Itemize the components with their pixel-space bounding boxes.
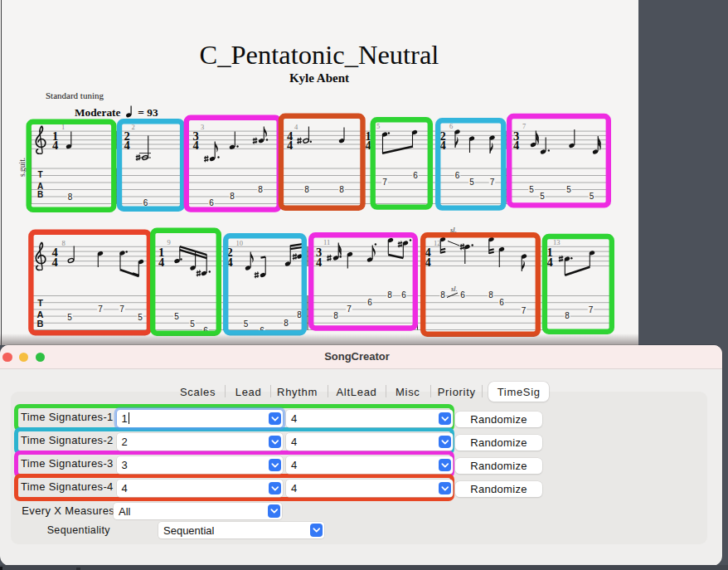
svg-text:6: 6 bbox=[460, 290, 465, 300]
svg-text:4: 4 bbox=[425, 256, 430, 269]
svg-text:7: 7 bbox=[119, 304, 124, 314]
svg-text:7: 7 bbox=[382, 178, 387, 187]
svg-text:8: 8 bbox=[68, 192, 73, 202]
svg-text:6: 6 bbox=[401, 290, 406, 300]
svg-text:T: T bbox=[37, 170, 42, 179]
svg-text:4: 4 bbox=[316, 256, 322, 269]
svg-text:4: 4 bbox=[439, 139, 445, 152]
svg-text:4: 4 bbox=[124, 139, 129, 152]
svg-text:5: 5 bbox=[244, 319, 249, 329]
svg-text:B: B bbox=[37, 190, 43, 199]
svg-text:6: 6 bbox=[367, 298, 372, 307]
svg-text:7: 7 bbox=[522, 122, 526, 130]
svg-text:5: 5 bbox=[67, 313, 72, 322]
svg-text:2: 2 bbox=[132, 123, 135, 131]
svg-text:4: 4 bbox=[294, 123, 298, 131]
svg-text:8: 8 bbox=[258, 185, 263, 194]
svg-text:7: 7 bbox=[98, 304, 103, 314]
svg-text:6: 6 bbox=[413, 171, 418, 180]
svg-text:B: B bbox=[37, 319, 44, 329]
svg-text:7: 7 bbox=[347, 304, 352, 314]
svg-text:4: 4 bbox=[192, 139, 198, 152]
svg-text:8: 8 bbox=[339, 185, 344, 194]
svg-text:6: 6 bbox=[455, 171, 460, 180]
svg-text:10: 10 bbox=[236, 239, 244, 247]
svg-text:5: 5 bbox=[376, 122, 380, 130]
svg-text:5: 5 bbox=[540, 192, 545, 201]
svg-text:8: 8 bbox=[297, 310, 302, 319]
svg-text:5: 5 bbox=[566, 185, 571, 194]
svg-text:4: 4 bbox=[158, 256, 164, 269]
svg-text:4: 4 bbox=[546, 256, 552, 269]
svg-text:7: 7 bbox=[589, 305, 594, 314]
svg-text:5: 5 bbox=[138, 313, 143, 322]
svg-text:7: 7 bbox=[490, 178, 495, 187]
svg-text:4: 4 bbox=[51, 256, 57, 269]
svg-text:8: 8 bbox=[284, 319, 289, 328]
svg-text:5: 5 bbox=[469, 178, 474, 187]
svg-text:8: 8 bbox=[333, 311, 338, 320]
svg-text:6: 6 bbox=[449, 122, 453, 130]
svg-text:6: 6 bbox=[209, 198, 214, 207]
svg-text:3: 3 bbox=[201, 123, 204, 131]
svg-text:5: 5 bbox=[590, 192, 595, 201]
svg-text:7: 7 bbox=[522, 306, 527, 315]
svg-text:8: 8 bbox=[230, 192, 235, 201]
svg-text:6: 6 bbox=[499, 298, 504, 307]
svg-text:5: 5 bbox=[529, 185, 534, 194]
svg-text:12: 12 bbox=[434, 239, 441, 247]
svg-text:6: 6 bbox=[143, 198, 148, 207]
svg-text:8: 8 bbox=[488, 290, 493, 300]
svg-text:5: 5 bbox=[190, 319, 195, 329]
svg-text:4: 4 bbox=[52, 139, 58, 152]
svg-text:9: 9 bbox=[167, 238, 171, 246]
svg-text:8: 8 bbox=[565, 311, 570, 320]
svg-text:5: 5 bbox=[174, 312, 179, 321]
svg-text:T: T bbox=[37, 298, 43, 308]
svg-text:8: 8 bbox=[304, 185, 309, 194]
svg-text:8: 8 bbox=[387, 290, 392, 300]
svg-text:4: 4 bbox=[513, 139, 519, 152]
svg-text:4: 4 bbox=[287, 139, 293, 152]
svg-text:11: 11 bbox=[323, 238, 330, 246]
svg-text:8: 8 bbox=[440, 290, 445, 300]
svg-text:8: 8 bbox=[62, 239, 66, 247]
svg-text:s.guit.: s.guit. bbox=[18, 158, 27, 177]
svg-text:13: 13 bbox=[553, 238, 561, 246]
svg-text:sl.: sl. bbox=[451, 285, 458, 293]
